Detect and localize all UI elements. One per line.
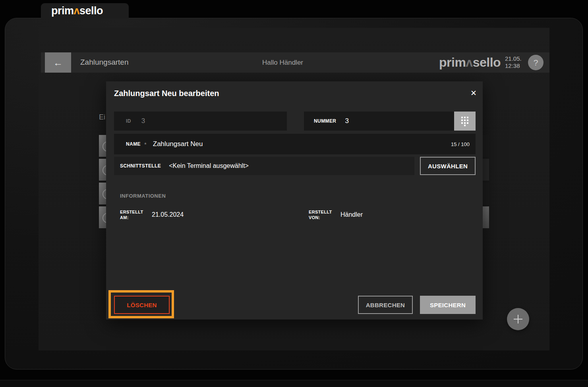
primasello-logo: primʌsello <box>439 55 501 70</box>
created-by-group: ERSTELLT VON: Händler <box>309 209 363 220</box>
edit-payment-type-dialog: Zahlungsart Neu bearbeiten ✕ ID 3 NUMMER… <box>106 81 483 320</box>
time-text: 12:38 <box>505 62 522 69</box>
keypad-icon <box>460 116 469 126</box>
logo-caret-icon: ʌ <box>74 5 80 17</box>
name-label: NAME <box>126 141 141 147</box>
created-at-label: ERSTELLT AM: <box>120 209 147 220</box>
page-title: Zahlungsarten <box>80 58 128 67</box>
name-field[interactable]: NAME * Zahlungsart Neu 15 / 100 <box>114 134 476 154</box>
primasello-logo: primʌsello <box>51 5 103 17</box>
auswaehlen-button[interactable]: AUSWÄHLEN <box>420 157 476 175</box>
device-stand <box>0 380 588 387</box>
nummer-value: 3 <box>345 117 348 125</box>
background-section-label: Ei <box>99 113 105 121</box>
logo-caret-icon: ʌ <box>466 55 472 69</box>
id-field: ID 3 <box>114 112 287 131</box>
schnittstelle-value: <Kein Terminal ausgewählt> <box>169 162 249 169</box>
datetime-display: 21.05. 12:38 <box>505 55 522 69</box>
user-greeting: Hallo Händler <box>262 59 303 67</box>
dialog-title: Zahlungsart Neu bearbeiten <box>114 89 219 98</box>
click-target-highlight <box>108 290 174 318</box>
back-button[interactable]: ← <box>45 52 71 73</box>
nummer-field[interactable]: NUMMER 3 <box>304 112 454 131</box>
close-icon: ✕ <box>470 89 477 98</box>
add-button[interactable] <box>507 308 529 330</box>
schnittstelle-label: SCHNITTSTELLE <box>120 163 161 169</box>
help-button[interactable]: ? <box>528 55 544 70</box>
numpad-button[interactable] <box>454 112 476 131</box>
required-asterisk: * <box>144 141 147 148</box>
schnittstelle-field: SCHNITTSTELLE <Kein Terminal ausgewählt> <box>114 157 414 175</box>
created-at-group: ERSTELLT AM: 21.05.2024 <box>120 209 184 220</box>
id-label: ID <box>126 118 131 124</box>
id-value: 3 <box>141 117 145 125</box>
created-by-label: ERSTELLT VON: <box>309 209 336 220</box>
abbrechen-button[interactable]: ABBRECHEN <box>358 296 413 314</box>
close-button[interactable]: ✕ <box>468 88 479 98</box>
created-at-value: 21.05.2024 <box>152 211 184 218</box>
date-text: 21.05. <box>505 55 522 62</box>
header-bar: ← Zahlungsarten Hallo Händler primʌsello… <box>41 52 549 73</box>
name-value: Zahlungsart Neu <box>153 140 203 148</box>
question-mark-icon: ? <box>534 58 538 67</box>
created-by-value: Händler <box>340 211 363 218</box>
nummer-label: NUMMER <box>314 118 336 124</box>
speichern-button[interactable]: SPEICHERN <box>420 296 476 314</box>
char-counter: 15 / 100 <box>451 141 470 147</box>
app-tab[interactable]: primʌsello <box>41 3 129 18</box>
plus-icon <box>513 314 523 324</box>
informationen-heading: INFORMATIONEN <box>120 193 166 199</box>
back-arrow-icon: ← <box>53 57 63 68</box>
